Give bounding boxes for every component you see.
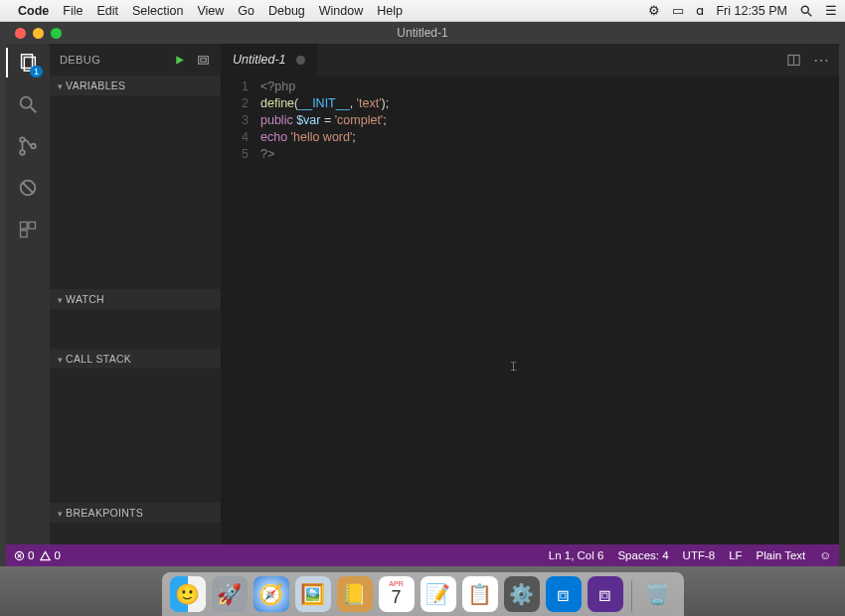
svg-point-7: [20, 150, 25, 155]
window-title: Untitled-1: [397, 26, 447, 40]
status-spaces[interactable]: Spaces: 4: [617, 549, 668, 561]
section-variables[interactable]: VARIABLES: [50, 76, 221, 95]
activity-debug[interactable]: [15, 175, 41, 201]
activity-extensions[interactable]: [15, 217, 41, 242]
menubar-window[interactable]: Window: [319, 4, 363, 18]
tab-untitled[interactable]: Untitled-1: [221, 44, 318, 76]
menubar-debug[interactable]: Debug: [268, 4, 305, 18]
status-language[interactable]: Plain Text: [757, 549, 806, 561]
sidebar-title: DEBUG: [60, 54, 100, 66]
svg-point-0: [801, 6, 808, 13]
dock-launchpad[interactable]: 🚀: [212, 576, 248, 612]
section-watch[interactable]: WATCH: [50, 289, 221, 309]
menubar-go[interactable]: Go: [238, 4, 254, 18]
activity-search[interactable]: [15, 91, 41, 117]
tab-bar: Untitled-1 ⋯: [221, 44, 839, 76]
debug-start-button[interactable]: [173, 54, 186, 67]
svg-rect-13: [21, 231, 28, 237]
section-breakpoints[interactable]: BREAKPOINTS: [50, 503, 221, 523]
menubar-help[interactable]: Help: [377, 4, 403, 18]
explorer-badge: 1: [30, 66, 43, 77]
svg-line-5: [31, 107, 37, 113]
debug-sidebar: DEBUG VARIABLES WATCH CALL STACK BREAKPO…: [50, 44, 221, 544]
dock-safari[interactable]: 🧭: [254, 576, 289, 612]
menubar-view[interactable]: View: [197, 4, 224, 18]
dock-visualstudio[interactable]: ⧈: [588, 576, 623, 612]
status-feedback-icon[interactable]: ☺: [819, 549, 831, 561]
mac-menubar: Code File Edit Selection View Go Debug W…: [0, 0, 845, 22]
desktop: 🙂 🚀 🧭 🖼️ 📒 APR 7 📝 📋 ⚙️ ⧈ ⧈ 🗑️: [0, 566, 845, 616]
dock-contacts[interactable]: 📒: [337, 576, 373, 612]
script-icon[interactable]: ɑ: [696, 3, 704, 18]
activity-bar: 1: [6, 44, 50, 544]
debug-config-button[interactable]: [196, 54, 211, 67]
svg-point-8: [31, 144, 36, 149]
minimize-window-button[interactable]: [33, 28, 44, 39]
svg-rect-15: [201, 58, 206, 61]
airplay-icon[interactable]: ▭: [672, 3, 684, 18]
editor-area: Untitled-1 ⋯ 12345 <?phpdefine(__INIT__,…: [221, 44, 839, 544]
status-eol[interactable]: LF: [729, 549, 742, 561]
menubar-selection[interactable]: Selection: [132, 4, 183, 18]
dock-reminders[interactable]: 📋: [462, 576, 498, 612]
calendar-month-label: APR: [389, 580, 403, 587]
dock: 🙂 🚀 🧭 🖼️ 📒 APR 7 📝 📋 ⚙️ ⧈ ⧈ 🗑️: [162, 572, 684, 616]
dock-trash[interactable]: 🗑️: [640, 576, 676, 612]
tab-label: Untitled-1: [233, 53, 286, 67]
svg-rect-14: [199, 56, 209, 64]
dock-calendar[interactable]: APR 7: [379, 576, 415, 612]
text-cursor: 𝙸: [509, 359, 510, 374]
activity-explorer[interactable]: 1: [15, 50, 41, 76]
svg-point-6: [20, 137, 25, 142]
menubar-app[interactable]: Code: [18, 4, 49, 18]
svg-rect-11: [21, 223, 28, 230]
dock-preview[interactable]: 🖼️: [295, 576, 331, 612]
menubar-edit[interactable]: Edit: [96, 4, 118, 18]
close-window-button[interactable]: [15, 28, 26, 39]
tab-dirty-indicator[interactable]: [296, 56, 305, 65]
status-encoding[interactable]: UTF-8: [683, 549, 716, 561]
dock-settings[interactable]: ⚙️: [504, 576, 540, 612]
svg-rect-12: [29, 223, 36, 230]
status-position[interactable]: Ln 1, Col 6: [549, 549, 604, 561]
spotlight-icon[interactable]: [799, 4, 813, 18]
status-warnings[interactable]: 0: [40, 549, 60, 561]
svg-line-1: [808, 12, 812, 16]
section-callstack[interactable]: CALL STACK: [50, 349, 221, 369]
svg-line-10: [23, 183, 34, 194]
editor-more-button[interactable]: ⋯: [813, 51, 829, 70]
vscode-window: Untitled-1 1 DEBUG: [6, 22, 839, 566]
clock[interactable]: Fri 12:35 PM: [716, 4, 787, 18]
calendar-day-label: 7: [391, 587, 401, 608]
titlebar: Untitled-1: [6, 22, 839, 44]
status-bar: 0 0 Ln 1, Col 6 Spaces: 4 UTF-8 LF Plain…: [6, 544, 839, 566]
code-editor[interactable]: 12345 <?phpdefine(__INIT__, 'text');publ…: [221, 76, 839, 544]
dock-finder[interactable]: 🙂: [170, 576, 206, 612]
menubar-file[interactable]: File: [63, 4, 83, 18]
zoom-window-button[interactable]: [51, 28, 62, 39]
svg-point-4: [21, 97, 32, 108]
split-editor-button[interactable]: [786, 53, 801, 68]
status-errors[interactable]: 0: [14, 549, 34, 561]
activity-scm[interactable]: [15, 133, 41, 159]
gear-icon[interactable]: ⚙: [648, 3, 660, 18]
dock-vscode[interactable]: ⧈: [546, 576, 582, 612]
menu-icon[interactable]: ☰: [825, 3, 837, 18]
dock-notes[interactable]: 📝: [421, 576, 456, 612]
